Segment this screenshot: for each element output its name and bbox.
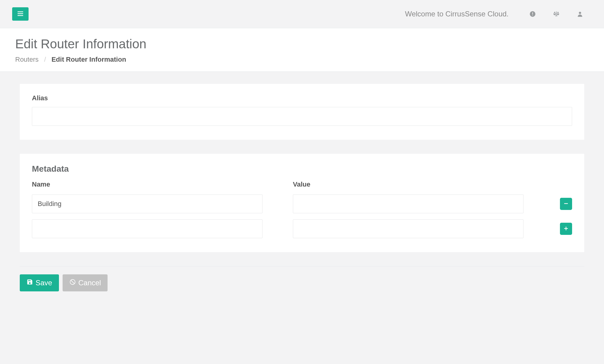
menu-icon bbox=[17, 10, 24, 18]
page-title: Edit Router Information bbox=[15, 37, 589, 51]
divider bbox=[20, 266, 584, 266]
welcome-text: Welcome to CirrusSense Cloud. bbox=[405, 10, 509, 18]
breadcrumb-separator: / bbox=[44, 56, 46, 63]
metadata-name-input[interactable] bbox=[32, 194, 263, 213]
svg-rect-0 bbox=[18, 11, 23, 12]
minus-icon bbox=[563, 201, 569, 207]
alias-label: Alias bbox=[32, 94, 572, 102]
metadata-title: Metadata bbox=[32, 164, 572, 174]
metadata-grid: Name Value bbox=[32, 180, 572, 238]
breadcrumb-current: Edit Router Information bbox=[51, 56, 126, 63]
metadata-value-input[interactable] bbox=[293, 219, 523, 238]
form-actions: Save Cancel bbox=[20, 274, 584, 291]
alerts-icon[interactable] bbox=[529, 11, 536, 17]
cancel-button[interactable]: Cancel bbox=[63, 274, 108, 291]
balance-icon[interactable] bbox=[553, 11, 560, 17]
plus-icon bbox=[563, 226, 569, 232]
svg-rect-4 bbox=[532, 12, 533, 15]
alias-input[interactable] bbox=[32, 107, 572, 126]
svg-rect-2 bbox=[18, 15, 23, 15]
topbar: Welcome to CirrusSense Cloud. bbox=[0, 0, 604, 28]
svg-rect-7 bbox=[564, 203, 568, 204]
metadata-panel: Metadata Name Value bbox=[20, 154, 584, 252]
metadata-value-input[interactable] bbox=[293, 194, 523, 213]
alias-panel: Alias bbox=[20, 84, 584, 140]
breadcrumb-parent[interactable]: Routers bbox=[15, 56, 39, 63]
save-button-label: Save bbox=[36, 279, 52, 287]
cancel-icon bbox=[69, 279, 76, 287]
user-icon[interactable] bbox=[577, 11, 583, 17]
breadcrumb: Routers / Edit Router Information bbox=[15, 56, 589, 64]
cancel-button-label: Cancel bbox=[78, 279, 101, 287]
metadata-col-value: Value bbox=[293, 180, 523, 188]
metadata-name-input[interactable] bbox=[32, 219, 263, 238]
save-button[interactable]: Save bbox=[20, 274, 59, 291]
svg-rect-9 bbox=[564, 228, 568, 228]
add-row-button[interactable] bbox=[560, 223, 572, 235]
page-heading: Edit Router Information Routers / Edit R… bbox=[0, 28, 604, 72]
menu-toggle-button[interactable] bbox=[12, 7, 29, 21]
svg-point-6 bbox=[579, 12, 581, 14]
svg-rect-1 bbox=[18, 13, 23, 14]
content: Alias Metadata Name Value bbox=[0, 72, 604, 304]
metadata-col-name: Name bbox=[32, 180, 263, 188]
save-icon bbox=[26, 279, 33, 287]
remove-row-button[interactable] bbox=[560, 198, 572, 210]
svg-rect-5 bbox=[532, 15, 533, 16]
